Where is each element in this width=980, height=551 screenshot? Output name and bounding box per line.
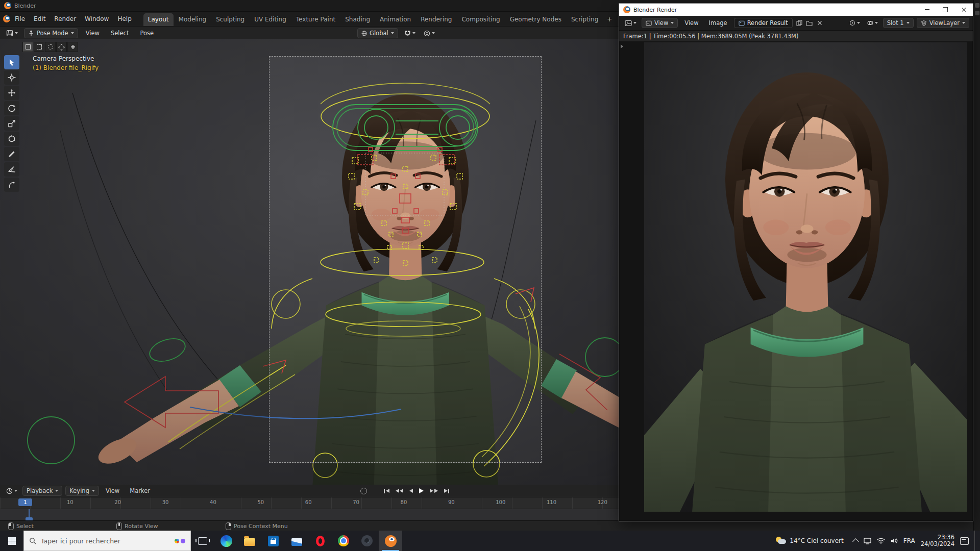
- render-image-region[interactable]: [619, 41, 973, 521]
- display-mode-dropdown[interactable]: View: [642, 18, 678, 28]
- panel-toggle-icon[interactable]: [975, 3, 979, 8]
- keying-menu[interactable]: Keying: [65, 486, 99, 496]
- timeline-menu-view[interactable]: View: [102, 486, 123, 496]
- minimize-button[interactable]: [918, 4, 936, 16]
- image-menu-image[interactable]: Image: [705, 18, 731, 28]
- taskbar-app-opera[interactable]: [308, 531, 332, 551]
- render-slot-dropdown[interactable]: Slot 1: [883, 18, 914, 28]
- jump-to-end-button[interactable]: [442, 487, 452, 495]
- view-layer-dropdown[interactable]: ViewLayer: [917, 18, 969, 28]
- viewport-menu-select[interactable]: Select: [107, 28, 132, 38]
- image-datablock-field[interactable]: Render Result: [734, 18, 793, 28]
- tool-scale[interactable]: [4, 116, 19, 131]
- timeline-editor-type-dropdown[interactable]: [4, 487, 19, 495]
- tab-rendering[interactable]: Rendering: [416, 13, 456, 26]
- mode-dropdown[interactable]: Pose Mode: [24, 28, 78, 38]
- task-view-button[interactable]: [191, 531, 214, 551]
- close-button[interactable]: [954, 4, 973, 16]
- auto-keying-toggle[interactable]: [360, 488, 367, 494]
- play-button[interactable]: [417, 487, 426, 495]
- maximize-button[interactable]: [936, 4, 954, 16]
- taskbar-app-mail[interactable]: [285, 531, 308, 551]
- play-reverse-button[interactable]: [407, 487, 415, 494]
- taskbar-app-chrome[interactable]: [332, 531, 355, 551]
- snap-toggle[interactable]: [402, 29, 418, 38]
- render-result-image[interactable]: [644, 42, 967, 512]
- select-mode-extend-icon[interactable]: [67, 42, 78, 52]
- wifi-tray-icon[interactable]: [877, 538, 885, 544]
- tool-measure[interactable]: [4, 162, 19, 177]
- tool-move[interactable]: [4, 86, 19, 100]
- tab-texture-paint[interactable]: Texture Paint: [291, 13, 340, 26]
- viewport-scene[interactable]: [0, 39, 619, 485]
- new-image-button[interactable]: [796, 19, 803, 27]
- tab-uv-editing[interactable]: UV Editing: [250, 13, 291, 26]
- tool-breakdowner[interactable]: [4, 178, 19, 192]
- start-button[interactable]: [0, 531, 23, 551]
- current-frame-indicator[interactable]: 1: [18, 498, 32, 506]
- taskbar-app-edge[interactable]: [214, 531, 238, 551]
- tray-overflow-chevron-icon[interactable]: [852, 538, 859, 545]
- action-center-icon[interactable]: [960, 537, 969, 545]
- tab-animation[interactable]: Animation: [375, 13, 415, 26]
- tool-select-box[interactable]: [4, 55, 19, 69]
- chrome-icon: [338, 535, 349, 546]
- previous-keyframe-button[interactable]: [394, 487, 406, 494]
- frame-label: 60: [305, 499, 312, 505]
- globe-icon: [361, 31, 367, 36]
- jump-to-start-button[interactable]: [382, 487, 391, 495]
- select-mode-circle-icon[interactable]: [45, 42, 56, 52]
- taskbar-search-box[interactable]: Taper ici pour rechercher: [23, 531, 191, 551]
- unlink-datablock-button[interactable]: [816, 19, 823, 27]
- taskbar-app-explorer[interactable]: [238, 531, 261, 551]
- taskbar-app-blender[interactable]: [379, 531, 402, 551]
- taskbar-weather[interactable]: 14°C Ciel couvert: [772, 537, 847, 545]
- menu-help[interactable]: Help: [113, 14, 135, 24]
- select-mode-box-icon[interactable]: [34, 42, 44, 52]
- image-editor-type-dropdown[interactable]: [623, 19, 639, 28]
- show-desktop-button[interactable]: [974, 531, 978, 551]
- menu-window[interactable]: Window: [81, 14, 113, 24]
- gizmos-dropdown[interactable]: [847, 19, 862, 27]
- language-indicator[interactable]: FRA: [903, 537, 915, 544]
- taskbar-clock[interactable]: 23:36 24/03/2024: [921, 534, 954, 547]
- tab-shading[interactable]: Shading: [340, 13, 375, 26]
- tab-geometry-nodes[interactable]: Geometry Nodes: [505, 13, 566, 26]
- menu-file[interactable]: File: [11, 14, 29, 24]
- volume-tray-icon[interactable]: [891, 538, 898, 544]
- tab-scripting[interactable]: Scripting: [567, 13, 603, 26]
- overlays-dropdown[interactable]: [865, 19, 880, 27]
- tool-cursor[interactable]: [4, 70, 19, 85]
- tab-layout[interactable]: Layout: [143, 13, 174, 26]
- expand-toolbar-arrow[interactable]: [621, 44, 623, 48]
- next-keyframe-button[interactable]: [428, 487, 440, 494]
- tool-annotate[interactable]: [4, 147, 19, 161]
- menu-render[interactable]: Render: [50, 14, 80, 24]
- open-image-button[interactable]: [806, 19, 813, 27]
- render-window-titlebar[interactable]: Blender Render: [619, 4, 973, 16]
- editor-type-dropdown[interactable]: [4, 29, 20, 38]
- menu-edit[interactable]: Edit: [30, 14, 50, 24]
- tab-compositing[interactable]: Compositing: [457, 13, 504, 26]
- playback-menu[interactable]: Playback: [22, 486, 62, 496]
- tab-modeling[interactable]: Modeling: [174, 13, 211, 26]
- panel-toggle-icon[interactable]: [975, 11, 979, 15]
- blender-menu-icon[interactable]: [3, 15, 10, 22]
- display-tray-icon[interactable]: [864, 538, 871, 544]
- search-highlights-icon[interactable]: [175, 539, 185, 543]
- viewport-menu-pose[interactable]: Pose: [136, 28, 157, 38]
- select-mode-lasso-icon[interactable]: [56, 42, 67, 52]
- chevron-down-icon: [15, 32, 18, 34]
- viewport-menu-view[interactable]: View: [82, 28, 103, 38]
- tab-sculpting[interactable]: Sculpting: [211, 13, 249, 26]
- taskbar-app-store[interactable]: [261, 531, 285, 551]
- select-mode-tweak-icon[interactable]: [22, 42, 33, 52]
- image-menu-view[interactable]: View: [681, 18, 702, 28]
- taskbar-app-capture[interactable]: [355, 531, 379, 551]
- tool-rotate[interactable]: [4, 101, 19, 115]
- transform-orientation-dropdown[interactable]: Global: [357, 28, 398, 38]
- proportional-editing-toggle[interactable]: [422, 29, 437, 38]
- timeline-menu-marker[interactable]: Marker: [126, 486, 154, 496]
- tool-transform[interactable]: [4, 132, 19, 146]
- add-workspace-button[interactable]: +: [603, 13, 616, 26]
